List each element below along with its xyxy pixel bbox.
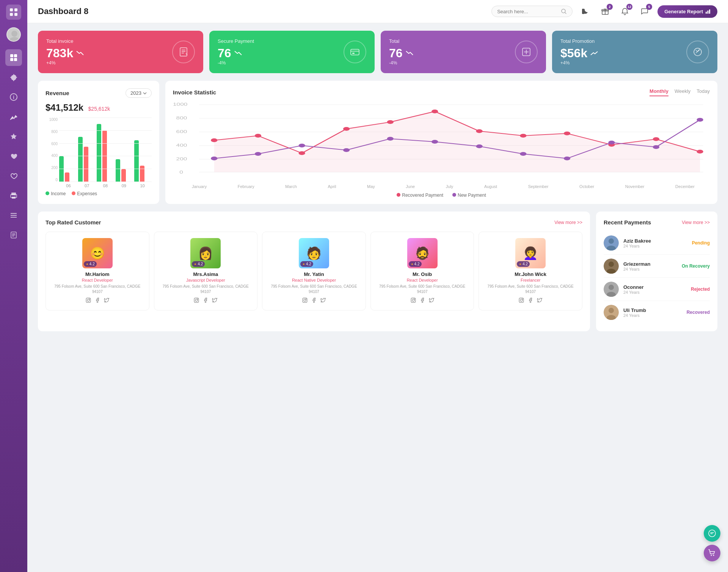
secure-payment-icon (350, 47, 360, 57)
svg-rect-21 (12, 235, 15, 235)
bar-chart-area: 1000 800 600 400 200 0 (46, 118, 152, 182)
income-bar (134, 140, 139, 182)
year-select[interactable]: 2023 (126, 88, 152, 98)
customer-photo-5: 👩‍🦱 4.2 (515, 238, 546, 268)
customer-card-4: 🧔 4.2 Mr. Osib React Developer 795 Folso… (370, 232, 474, 310)
cart-float-btn[interactable] (704, 545, 720, 561)
expense-bar (140, 166, 144, 182)
sidebar-item-favorites[interactable] (5, 128, 22, 145)
total-label: Total (389, 38, 413, 44)
svg-point-51 (387, 120, 394, 124)
instagram-icon[interactable] (86, 298, 91, 304)
svg-point-90 (609, 262, 614, 267)
sidebar-item-dashboard[interactable] (5, 49, 22, 66)
bar-x-labels: 06 07 08 09 10 (46, 183, 152, 188)
twitter-icon-4[interactable] (429, 298, 434, 304)
svg-point-100 (713, 555, 714, 556)
line-chart-legend: Recovered Payment New Payment (173, 193, 710, 198)
svg-point-5 (9, 37, 19, 42)
facebook-icon-5[interactable] (528, 298, 533, 304)
twitter-icon[interactable] (104, 298, 109, 304)
payments-view-more[interactable]: View more >> (682, 220, 710, 225)
bottom-row: Top Rated Customer View more >> 😊 4.2 (38, 212, 717, 331)
page-body: Total invoice 783k +4% (27, 23, 728, 339)
chat-btn[interactable]: 5 (638, 5, 651, 18)
facebook-icon-2[interactable] (203, 298, 208, 304)
chat-float-btn[interactable] (704, 525, 720, 542)
instagram-icon-3[interactable] (302, 298, 308, 304)
sidebar-item-print[interactable] (5, 187, 22, 204)
customers-view-more[interactable]: View more >> (554, 220, 582, 225)
twitter-icon-2[interactable] (212, 298, 217, 304)
sidebar-item-analytics[interactable] (5, 108, 22, 125)
payment-status-1: Pending (692, 240, 710, 246)
customer-name-4: Mr. Osib (375, 271, 469, 277)
svg-point-75 (195, 299, 198, 301)
invoice-value: 783k (46, 46, 73, 60)
customer-role-5: Freelancer (483, 278, 577, 282)
svg-rect-22 (12, 236, 14, 237)
customers-title: Top Rated Customer (46, 219, 101, 226)
income-dot (46, 191, 49, 195)
svg-point-76 (198, 299, 198, 299)
chart-icon (705, 9, 711, 14)
bell-btn[interactable]: 12 (618, 5, 632, 18)
svg-point-15 (15, 196, 16, 196)
payment-avatar-4 (604, 305, 619, 320)
new-payment-dot (452, 193, 456, 197)
sidebar-logo[interactable] (6, 5, 21, 20)
payment-status-4: Recovered (687, 310, 710, 315)
trend-down2-icon (234, 50, 242, 56)
svg-rect-29 (180, 48, 187, 56)
generate-report-button[interactable]: Generate Report (657, 5, 717, 18)
sidebar-item-likes[interactable] (5, 148, 22, 165)
promo-change: +4% (560, 60, 598, 66)
instagram-icon-2[interactable] (194, 298, 199, 304)
instagram-icon-5[interactable] (519, 298, 524, 304)
svg-point-62 (343, 148, 350, 152)
customer-role-4: React Developer (375, 278, 469, 282)
theme-toggle-btn[interactable] (579, 5, 592, 18)
bar-group-4 (116, 159, 133, 182)
x-axis-labels: January February March April May June Ju… (173, 184, 710, 189)
twitter-icon-3[interactable] (320, 298, 326, 304)
sidebar-item-settings[interactable] (5, 69, 22, 86)
stat-card-payment: Secure Payment 76 -4% (209, 31, 375, 73)
svg-point-98 (709, 530, 715, 537)
facebook-icon-4[interactable] (420, 298, 425, 304)
invoice-card: Invoice Statistic Monthly Weekly Today (165, 81, 717, 204)
svg-point-84 (520, 299, 522, 301)
sidebar-item-heart2[interactable] (5, 168, 22, 184)
search-input[interactable] (497, 9, 558, 14)
svg-point-79 (306, 299, 306, 299)
header: Dashboard 8 (27, 0, 728, 23)
instagram-icon-4[interactable] (411, 298, 416, 304)
gift-btn[interactable]: 2 (598, 5, 612, 18)
sidebar-item-list[interactable] (5, 207, 22, 224)
total-icon-circle (515, 41, 538, 63)
twitter-icon-5[interactable] (537, 298, 542, 304)
payment-avatar-1 (604, 235, 619, 251)
svg-point-78 (304, 299, 306, 301)
cart-float-icon (708, 549, 716, 557)
facebook-icon-3[interactable] (311, 298, 317, 304)
facebook-icon[interactable] (95, 298, 100, 304)
payment-value: 76 (218, 46, 231, 60)
tab-today[interactable]: Today (697, 88, 710, 96)
tab-weekly[interactable]: Weekly (675, 88, 690, 96)
expense-bar (65, 172, 69, 182)
svg-text:400: 400 (176, 143, 187, 147)
revenue-title: Revenue (46, 90, 69, 96)
svg-rect-74 (195, 298, 199, 302)
customer-photo-2: 👩 4.2 (190, 238, 221, 268)
svg-rect-71 (86, 298, 91, 302)
sidebar-item-info[interactable]: i (5, 89, 22, 105)
sidebar-item-notes[interactable] (5, 227, 22, 243)
user-avatar[interactable] (6, 27, 21, 42)
search-box[interactable] (491, 6, 573, 17)
tab-monthly[interactable]: Monthly (650, 88, 668, 96)
svg-point-63 (387, 137, 394, 141)
revenue-values: $41,512k $25,612k (46, 102, 152, 113)
total-change: -4% (389, 60, 413, 66)
stat-card-promo: Total Promotion $56k +4% (552, 31, 717, 73)
